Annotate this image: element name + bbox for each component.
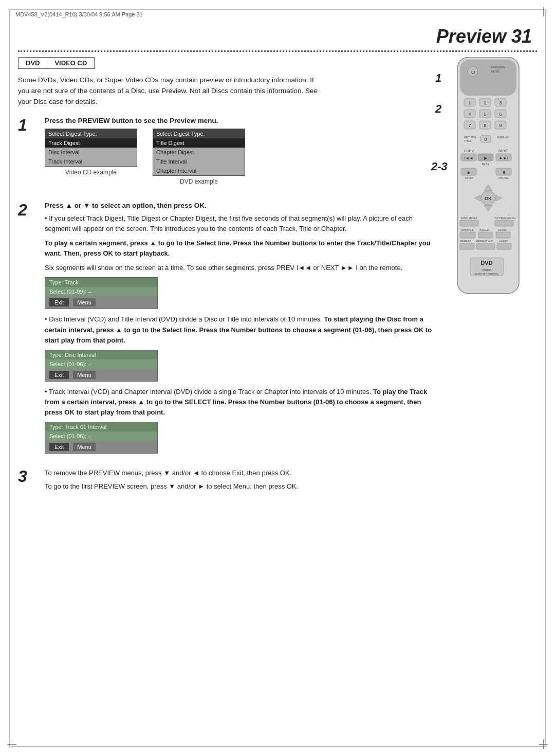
svg-text:9: 9 (499, 123, 502, 128)
svg-text:SYSTEM MENU: SYSTEM MENU (495, 217, 515, 220)
step-3-content: To remove the PREVIEW menus, press ▼ and… (45, 468, 439, 492)
crosshair-bottom-right (539, 740, 548, 749)
svg-text:PAUSE: PAUSE (498, 176, 509, 179)
remote-wrapper: 1 2 2-3 ⏻ PREVIEW MUTE (450, 57, 537, 305)
svg-text:⏸: ⏸ (502, 170, 506, 175)
svg-text:PLAY: PLAY (482, 163, 490, 166)
svg-text:DISC MENU: DISC MENU (461, 217, 477, 220)
svg-rect-64 (476, 243, 495, 249)
dvd-menu-header: Select Digest Type: (153, 129, 245, 138)
remote-svg: ⏻ PREVIEW MUTE 1 2 3 (450, 57, 527, 304)
svg-text:DVD: DVD (480, 260, 492, 266)
dvd-item-1: Title Digest (153, 138, 245, 148)
svg-text:OK: OK (485, 196, 492, 201)
svg-text:7: 7 (468, 123, 471, 128)
svg-rect-52 (460, 220, 478, 226)
step-3: 3 To remove the PREVIEW menus, press ▼ a… (18, 468, 439, 492)
screen-track-select: Select (01-09): -- (45, 287, 157, 296)
dvd-item-3: Title Interval (153, 157, 245, 166)
screen-disc-menu-btn[interactable]: Menu (73, 371, 96, 379)
svg-text:SHUFFLE: SHUFFLE (461, 228, 474, 231)
svg-text:STOP: STOP (465, 176, 473, 179)
screen-ti-select: Select (01-06): -- (45, 431, 157, 441)
screen-track-menu-btn[interactable]: Menu (73, 298, 96, 307)
svg-text:RETURN: RETURN (464, 136, 476, 139)
svg-text:NEXT: NEXT (498, 149, 508, 153)
svg-text:VIDEO: VIDEO (482, 268, 492, 272)
svg-text:1: 1 (468, 100, 471, 105)
svg-rect-59 (496, 232, 510, 238)
screen-ti-exit-btn[interactable]: Exit (49, 443, 69, 451)
step-2-body4: • Track Interval (VCD) and Chapter Inter… (45, 387, 439, 418)
svg-text:ZOOM: ZOOM (498, 228, 507, 231)
svg-rect-58 (478, 232, 493, 238)
svg-rect-65 (497, 243, 511, 249)
svg-text:⏻: ⏻ (471, 70, 475, 75)
step-2-body3: • Disc Interval (VCD) and Title Interval… (45, 314, 439, 345)
dvd-item-4: Chapter Interval (153, 166, 245, 175)
vcd-item-1: Track Digest (45, 138, 137, 148)
svg-text:REPEAT A-B: REPEAT A-B (476, 240, 493, 243)
screen-track-exit-btn[interactable]: Exit (49, 298, 69, 307)
screen-disc-buttons: Exit Menu (45, 369, 157, 381)
dvd-item-2: Chapter Digest (153, 148, 245, 157)
remote-with-labels: 1 2 2-3 ⏻ PREVIEW MUTE (450, 57, 537, 305)
step-1-title: Press the PREVIEW button to see the Prev… (45, 117, 439, 124)
page-title: Preview 31 (18, 26, 537, 47)
step-2-number: 2 (18, 202, 38, 218)
svg-text:REPEAT: REPEAT (460, 240, 471, 243)
screen-ti-buttons: Exit Menu (45, 441, 157, 453)
svg-text:2: 2 (484, 100, 486, 105)
step-1-content: Press the PREVIEW button to see the Prev… (45, 117, 439, 192)
step-2-body2: Six segments will show on the screen at … (45, 263, 439, 273)
dvd-label: DVD example (180, 178, 218, 185)
svg-text:DISPLAY: DISPLAY (497, 136, 509, 139)
vcd-label: Video CD example (65, 169, 117, 176)
svg-text:■: ■ (468, 170, 470, 175)
svg-text:REMOTE CONTROL: REMOTE CONTROL (474, 273, 498, 276)
svg-text:MUTE: MUTE (491, 70, 499, 73)
remote-col: 1 2 2-3 ⏻ PREVIEW MUTE (450, 57, 537, 501)
svg-text:6: 6 (499, 112, 502, 117)
svg-text:PREV: PREV (464, 149, 474, 153)
svg-text:I◄◄: I◄◄ (464, 156, 473, 160)
svg-rect-57 (460, 232, 475, 238)
vcd-item-3: Track Interval (45, 157, 137, 166)
step-3-line2: To go to the first PREVIEW screen, press… (45, 481, 439, 492)
svg-text:4: 4 (468, 112, 471, 117)
step-1: 1 Press the PREVIEW button to see the Pr… (18, 117, 439, 192)
header-text: MDV458_V2(0414_R10) 3/30/04 9:56 AM Page… (15, 11, 143, 17)
crosshair-top-right (539, 7, 548, 16)
dvd-example: Select Digest Type: Title Digest Chapter… (153, 129, 245, 185)
screen-disc-exit-btn[interactable]: Exit (49, 371, 69, 379)
screen-disc-type: Type: Disc Interval (45, 350, 157, 359)
screen-track: Type: Track Select (01-09): -- Exit Menu (45, 277, 158, 309)
svg-text:▶: ▶ (484, 156, 488, 160)
svg-text:5: 5 (484, 112, 486, 117)
main-layout: DVD VIDEO CD Some DVDs, Video CDs, or Su… (18, 57, 537, 501)
svg-text:0: 0 (484, 137, 487, 142)
screen-track-type: Type: Track (45, 278, 157, 287)
remote-label-23: 2-3 (431, 160, 448, 173)
svg-text:TITLE: TITLE (464, 139, 472, 142)
dvd-screen: Select Digest Type: Title Digest Chapter… (153, 129, 245, 176)
screen-track-interval: Type: Track 01 Interval Select (01-06): … (45, 422, 158, 454)
svg-rect-53 (495, 220, 513, 226)
step-3-line1: To remove the PREVIEW menus, press ▼ and… (45, 468, 439, 478)
screen-ti-type: Type: Track 01 Interval (45, 422, 157, 431)
svg-text:ANGLE: ANGLE (479, 228, 489, 231)
vcd-example: Select Digest Type: Track Digest Disc In… (45, 129, 137, 185)
intro-text: Some DVDs, Video CDs, or Super Video CDs… (18, 75, 326, 107)
step-2-bold1: To play a certain segment, press ▲ to go… (45, 238, 439, 259)
svg-text:8: 8 (484, 123, 486, 128)
badge-vcd: VIDEO CD (47, 57, 95, 69)
screen-track-buttons: Exit Menu (45, 296, 157, 309)
step-2-title: Press ▲ or ▼ to select an option, then p… (45, 202, 439, 209)
svg-text:3: 3 (499, 100, 502, 105)
instructions-col: DVD VIDEO CD Some DVDs, Video CDs, or Su… (18, 57, 439, 501)
main-content: Preview 31 DVD VIDEO CD Some DVDs, Video… (18, 26, 537, 501)
remote-label-2: 2 (435, 102, 441, 116)
screen-ti-menu-btn[interactable]: Menu (73, 443, 96, 451)
screen-disc: Type: Disc Interval Select (01-06): -- E… (45, 350, 158, 382)
step-1-number: 1 (18, 117, 38, 133)
